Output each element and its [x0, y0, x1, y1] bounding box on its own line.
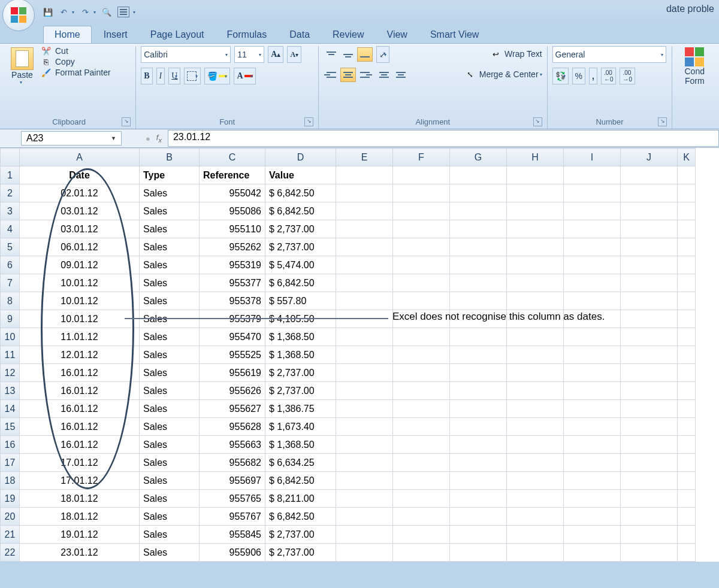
increase-font-button[interactable]: A▴ — [268, 46, 283, 63]
cell-K10[interactable] — [678, 328, 696, 346]
cell-A4[interactable]: 03.01.12 — [20, 220, 140, 238]
cell-H16[interactable] — [507, 436, 564, 454]
cell-K2[interactable] — [678, 184, 696, 202]
cell-I22[interactable] — [564, 544, 621, 562]
cell-C16[interactable]: 955663 — [200, 436, 265, 454]
cell-E3[interactable] — [336, 202, 393, 220]
cell-C6[interactable]: 955319 — [200, 256, 265, 274]
font-size-select[interactable]: 11▾ — [234, 46, 264, 63]
cell-J18[interactable] — [621, 472, 678, 490]
cell-G12[interactable] — [450, 364, 507, 382]
cell-J7[interactable] — [621, 274, 678, 292]
cell-K14[interactable] — [678, 400, 696, 418]
cell-A3[interactable]: 03.01.12 — [20, 202, 140, 220]
col-header-B[interactable]: B — [140, 148, 200, 166]
tab-view[interactable]: View — [376, 26, 418, 43]
cell-E4[interactable] — [336, 220, 393, 238]
cell-E14[interactable] — [336, 400, 393, 418]
cell-E18[interactable] — [336, 472, 393, 490]
cell-F2[interactable] — [393, 184, 450, 202]
align-left-button[interactable] — [324, 68, 339, 82]
cell-D4[interactable]: $ 2,737.00 — [265, 220, 336, 238]
cell-I21[interactable] — [564, 526, 621, 544]
cell-G22[interactable] — [450, 544, 507, 562]
cell-C8[interactable]: 955378 — [200, 292, 265, 310]
cell-H2[interactable] — [507, 184, 564, 202]
cell-B7[interactable]: Sales — [140, 274, 200, 292]
cell-D6[interactable]: $ 5,474.00 — [265, 256, 336, 274]
cell-E19[interactable] — [336, 490, 393, 508]
col-header-H[interactable]: H — [507, 148, 564, 166]
cell-I20[interactable] — [564, 508, 621, 526]
cell-B19[interactable]: Sales — [140, 490, 200, 508]
cell-K1[interactable] — [678, 166, 696, 184]
cell-C15[interactable]: 955628 — [200, 418, 265, 436]
cell-B6[interactable]: Sales — [140, 256, 200, 274]
cell-D2[interactable]: $ 6,842.50 — [265, 184, 336, 202]
cell-E10[interactable] — [336, 328, 393, 346]
cell-I8[interactable] — [564, 292, 621, 310]
cell-A12[interactable]: 16.01.12 — [20, 364, 140, 382]
cell-F19[interactable] — [393, 490, 450, 508]
cell-C1[interactable]: Reference — [200, 166, 265, 184]
qat-more-icon[interactable]: ▾ — [133, 10, 135, 15]
cell-J21[interactable] — [621, 526, 678, 544]
cell-H15[interactable] — [507, 418, 564, 436]
cell-F13[interactable] — [393, 382, 450, 400]
row-header[interactable]: 4 — [1, 220, 20, 238]
cell-D10[interactable]: $ 1,368.50 — [265, 328, 336, 346]
cell-E22[interactable] — [336, 544, 393, 562]
col-header-F[interactable]: F — [393, 148, 450, 166]
cut-button[interactable]: ✂️Cut — [41, 46, 111, 56]
cell-F12[interactable] — [393, 364, 450, 382]
tab-review[interactable]: Review — [322, 26, 374, 43]
cell-B13[interactable]: Sales — [140, 382, 200, 400]
bold-button[interactable]: B — [141, 68, 152, 84]
cell-I13[interactable] — [564, 382, 621, 400]
cell-D16[interactable]: $ 1,368.50 — [265, 436, 336, 454]
cell-A16[interactable]: 16.01.12 — [20, 436, 140, 454]
cell-K20[interactable] — [678, 508, 696, 526]
row-header[interactable]: 16 — [1, 436, 20, 454]
cell-A21[interactable]: 19.01.12 — [20, 526, 140, 544]
cell-B2[interactable]: Sales — [140, 184, 200, 202]
cell-G17[interactable] — [450, 454, 507, 472]
cell-F14[interactable] — [393, 400, 450, 418]
cell-D7[interactable]: $ 6,842.50 — [265, 274, 336, 292]
comma-button[interactable]: , — [589, 68, 597, 84]
cell-B22[interactable]: Sales — [140, 544, 200, 562]
row-header[interactable]: 12 — [1, 364, 20, 382]
cell-E8[interactable] — [336, 292, 393, 310]
cell-J15[interactable] — [621, 418, 678, 436]
cell-F11[interactable] — [393, 346, 450, 364]
cell-J10[interactable] — [621, 328, 678, 346]
cell-D19[interactable]: $ 8,211.00 — [265, 490, 336, 508]
accounting-format-button[interactable]: 💱▾ — [552, 68, 569, 84]
cell-B21[interactable]: Sales — [140, 526, 200, 544]
tab-formulas[interactable]: Formulas — [216, 26, 278, 43]
cell-H7[interactable] — [507, 274, 564, 292]
format-painter-button[interactable]: 🖌️Format Painter — [41, 68, 111, 77]
cell-F18[interactable] — [393, 472, 450, 490]
cell-G19[interactable] — [450, 490, 507, 508]
fx-icon[interactable]: fx — [156, 133, 162, 144]
print-preview-icon[interactable]: 🔍 — [102, 7, 111, 17]
undo-icon[interactable]: ↶ — [59, 7, 68, 17]
fx-cancel-icon[interactable]: ● — [146, 134, 150, 143]
cell-G15[interactable] — [450, 418, 507, 436]
cell-A10[interactable]: 11.01.12 — [20, 328, 140, 346]
name-box-dropdown-icon[interactable]: ▼ — [111, 135, 116, 141]
cell-D14[interactable]: $ 1,386.75 — [265, 400, 336, 418]
cell-A17[interactable]: 17.01.12 — [20, 454, 140, 472]
cell-K7[interactable] — [678, 274, 696, 292]
cell-H11[interactable] — [507, 346, 564, 364]
cell-I15[interactable] — [564, 418, 621, 436]
cell-D13[interactable]: $ 2,737.00 — [265, 382, 336, 400]
row-header[interactable]: 10 — [1, 328, 20, 346]
underline-button[interactable]: U▾ — [168, 68, 180, 84]
cell-I5[interactable] — [564, 238, 621, 256]
cell-H20[interactable] — [507, 508, 564, 526]
cell-E15[interactable] — [336, 418, 393, 436]
row-header[interactable]: 8 — [1, 292, 20, 310]
cell-D8[interactable]: $ 557.80 — [265, 292, 336, 310]
